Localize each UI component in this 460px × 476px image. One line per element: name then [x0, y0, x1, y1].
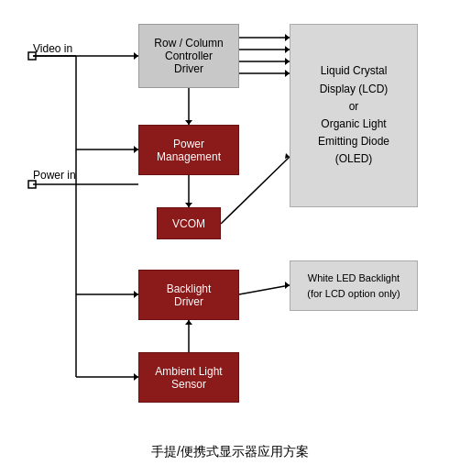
white-led-label: White LED Backlight (for LCD option only… [307, 271, 400, 301]
svg-line-28 [239, 285, 290, 294]
svg-rect-18 [28, 181, 36, 188]
vcom-block: VCOM [157, 207, 221, 239]
lcd-oled-block: Liquid Crystal Display (LCD) or Organic … [290, 24, 418, 207]
row-column-label: Row / Column Controller Driver [154, 37, 223, 75]
backlight-driver-label: Backlight Driver [167, 282, 212, 308]
diagram-caption: 手提/便携式显示器应用方案 [151, 444, 309, 460]
power-management-label: Power Management [157, 138, 221, 163]
diagram: Video in Power in Row / Column Controlle… [19, 15, 441, 437]
lcd-oled-label: Liquid Crystal Display (LCD) or Organic … [318, 62, 389, 168]
power-in-label: Power in [33, 169, 76, 182]
video-in-label: Video in [33, 42, 72, 55]
power-management-block: Power Management [138, 125, 239, 175]
ambient-light-block: Ambient Light Sensor [138, 352, 239, 403]
ambient-light-label: Ambient Light Sensor [155, 365, 222, 391]
backlight-driver-block: Backlight Driver [138, 270, 239, 320]
vcom-label: VCOM [172, 217, 205, 230]
white-led-block: White LED Backlight (for LCD option only… [290, 260, 418, 311]
svg-marker-31 [185, 320, 192, 325]
row-column-block: Row / Column Controller Driver [138, 24, 239, 88]
